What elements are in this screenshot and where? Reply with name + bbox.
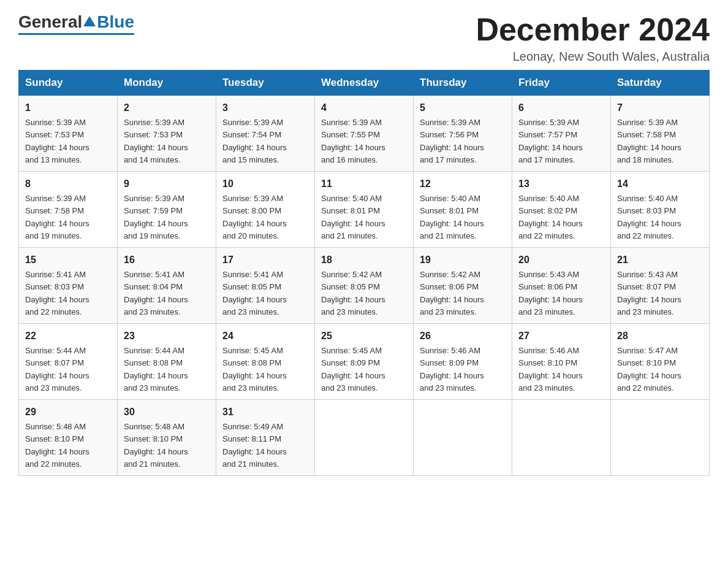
calendar-day-cell: 7 Sunrise: 5:39 AMSunset: 7:58 PMDayligh…: [611, 96, 710, 172]
calendar-day-cell: [512, 400, 611, 476]
day-number: 31: [222, 405, 308, 419]
month-title: December 2024: [476, 12, 710, 47]
calendar-day-cell: 6 Sunrise: 5:39 AMSunset: 7:57 PMDayligh…: [512, 96, 611, 172]
svg-marker-0: [83, 16, 96, 26]
day-info: Sunrise: 5:41 AMSunset: 8:03 PMDaylight:…: [25, 270, 89, 316]
day-info: Sunrise: 5:49 AMSunset: 8:11 PMDaylight:…: [222, 422, 287, 469]
calendar-day-cell: 1 Sunrise: 5:39 AMSunset: 7:53 PMDayligh…: [19, 96, 118, 172]
day-number: 28: [617, 329, 703, 343]
calendar-day-cell: 26 Sunrise: 5:46 AMSunset: 8:09 PMDaylig…: [414, 324, 512, 400]
day-info: Sunrise: 5:42 AMSunset: 8:05 PMDaylight:…: [321, 270, 385, 316]
calendar-day-cell: 3 Sunrise: 5:39 AMSunset: 7:54 PMDayligh…: [216, 96, 315, 172]
day-info: Sunrise: 5:40 AMSunset: 8:01 PMDaylight:…: [420, 194, 484, 240]
day-number: 5: [420, 101, 506, 115]
column-header-friday: Friday: [512, 71, 611, 96]
day-number: 15: [25, 253, 111, 267]
day-number: 4: [321, 101, 407, 115]
day-info: Sunrise: 5:48 AMSunset: 8:10 PMDaylight:…: [124, 422, 188, 469]
day-number: 20: [518, 253, 604, 267]
column-header-wednesday: Wednesday: [315, 71, 414, 96]
calendar-day-cell: 29 Sunrise: 5:48 AMSunset: 8:10 PMDaylig…: [19, 400, 118, 476]
calendar-day-cell: 10 Sunrise: 5:39 AMSunset: 8:00 PMDaylig…: [216, 172, 315, 248]
day-info: Sunrise: 5:40 AMSunset: 8:03 PMDaylight:…: [617, 194, 681, 240]
calendar-day-cell: 15 Sunrise: 5:41 AMSunset: 8:03 PMDaylig…: [19, 248, 118, 324]
day-info: Sunrise: 5:39 AMSunset: 7:58 PMDaylight:…: [25, 194, 89, 240]
day-info: Sunrise: 5:39 AMSunset: 8:00 PMDaylight:…: [222, 194, 287, 240]
day-number: 7: [617, 101, 703, 115]
title-area: December 2024 Leonay, New South Wales, A…: [476, 12, 710, 64]
day-number: 21: [617, 253, 703, 267]
calendar-day-cell: 28 Sunrise: 5:47 AMSunset: 8:10 PMDaylig…: [611, 324, 710, 400]
day-info: Sunrise: 5:39 AMSunset: 7:54 PMDaylight:…: [222, 118, 287, 164]
calendar-day-cell: 5 Sunrise: 5:39 AMSunset: 7:56 PMDayligh…: [414, 96, 512, 172]
calendar-week-row: 22 Sunrise: 5:44 AMSunset: 8:07 PMDaylig…: [19, 324, 710, 400]
calendar-day-cell: 30 Sunrise: 5:48 AMSunset: 8:10 PMDaylig…: [118, 400, 216, 476]
column-header-thursday: Thursday: [414, 71, 512, 96]
calendar-day-cell: 8 Sunrise: 5:39 AMSunset: 7:58 PMDayligh…: [19, 172, 118, 248]
day-info: Sunrise: 5:45 AMSunset: 8:08 PMDaylight:…: [222, 346, 287, 393]
day-info: Sunrise: 5:39 AMSunset: 7:53 PMDaylight:…: [124, 118, 188, 164]
day-info: Sunrise: 5:48 AMSunset: 8:10 PMDaylight:…: [25, 422, 89, 469]
day-info: Sunrise: 5:39 AMSunset: 7:56 PMDaylight:…: [420, 118, 484, 164]
day-number: 17: [222, 253, 308, 267]
calendar-day-cell: 17 Sunrise: 5:41 AMSunset: 8:05 PMDaylig…: [216, 248, 315, 324]
column-header-monday: Monday: [118, 71, 216, 96]
day-info: Sunrise: 5:44 AMSunset: 8:08 PMDaylight:…: [124, 346, 188, 393]
day-number: 27: [518, 329, 604, 343]
calendar-day-cell: 31 Sunrise: 5:49 AMSunset: 8:11 PMDaylig…: [216, 400, 315, 476]
day-number: 25: [321, 329, 407, 343]
day-info: Sunrise: 5:47 AMSunset: 8:10 PMDaylight:…: [617, 346, 681, 393]
day-info: Sunrise: 5:43 AMSunset: 8:06 PMDaylight:…: [518, 270, 583, 316]
calendar-day-cell: 23 Sunrise: 5:44 AMSunset: 8:08 PMDaylig…: [118, 324, 216, 400]
day-number: 30: [124, 405, 210, 419]
day-info: Sunrise: 5:39 AMSunset: 7:58 PMDaylight:…: [617, 118, 681, 164]
calendar-day-cell: [611, 400, 710, 476]
day-info: Sunrise: 5:40 AMSunset: 8:02 PMDaylight:…: [518, 194, 583, 240]
calendar-day-cell: 24 Sunrise: 5:45 AMSunset: 8:08 PMDaylig…: [216, 324, 315, 400]
day-number: 18: [321, 253, 407, 267]
day-info: Sunrise: 5:45 AMSunset: 8:09 PMDaylight:…: [321, 346, 385, 393]
calendar-day-cell: 11 Sunrise: 5:40 AMSunset: 8:01 PMDaylig…: [315, 172, 414, 248]
day-number: 24: [222, 329, 308, 343]
column-header-tuesday: Tuesday: [216, 71, 315, 96]
calendar-week-row: 1 Sunrise: 5:39 AMSunset: 7:53 PMDayligh…: [19, 96, 710, 172]
calendar-day-cell: 25 Sunrise: 5:45 AMSunset: 8:09 PMDaylig…: [315, 324, 414, 400]
calendar-day-cell: 21 Sunrise: 5:43 AMSunset: 8:07 PMDaylig…: [611, 248, 710, 324]
day-number: 1: [25, 101, 111, 115]
calendar-day-cell: 9 Sunrise: 5:39 AMSunset: 7:59 PMDayligh…: [118, 172, 216, 248]
calendar-day-cell: 19 Sunrise: 5:42 AMSunset: 8:06 PMDaylig…: [414, 248, 512, 324]
calendar-day-cell: [414, 400, 512, 476]
day-info: Sunrise: 5:41 AMSunset: 8:05 PMDaylight:…: [222, 270, 287, 316]
day-info: Sunrise: 5:46 AMSunset: 8:10 PMDaylight:…: [518, 346, 583, 393]
day-number: 6: [518, 101, 604, 115]
day-info: Sunrise: 5:42 AMSunset: 8:06 PMDaylight:…: [420, 270, 484, 316]
calendar-day-cell: 18 Sunrise: 5:42 AMSunset: 8:05 PMDaylig…: [315, 248, 414, 324]
day-info: Sunrise: 5:46 AMSunset: 8:09 PMDaylight:…: [420, 346, 484, 393]
day-number: 22: [25, 329, 111, 343]
column-header-saturday: Saturday: [611, 71, 710, 96]
day-number: 16: [124, 253, 210, 267]
day-number: 23: [124, 329, 210, 343]
day-info: Sunrise: 5:39 AMSunset: 7:55 PMDaylight:…: [321, 118, 385, 164]
day-number: 26: [420, 329, 506, 343]
calendar-day-cell: 20 Sunrise: 5:43 AMSunset: 8:06 PMDaylig…: [512, 248, 611, 324]
calendar-header-row: SundayMondayTuesdayWednesdayThursdayFrid…: [19, 71, 710, 96]
day-number: 19: [420, 253, 506, 267]
day-number: 3: [222, 101, 308, 115]
day-info: Sunrise: 5:39 AMSunset: 7:59 PMDaylight:…: [124, 194, 188, 240]
calendar-week-row: 8 Sunrise: 5:39 AMSunset: 7:58 PMDayligh…: [19, 172, 710, 248]
calendar-day-cell: 4 Sunrise: 5:39 AMSunset: 7:55 PMDayligh…: [315, 96, 414, 172]
location-subtitle: Leonay, New South Wales, Australia: [476, 50, 710, 64]
day-info: Sunrise: 5:44 AMSunset: 8:07 PMDaylight:…: [25, 346, 89, 393]
day-info: Sunrise: 5:40 AMSunset: 8:01 PMDaylight:…: [321, 194, 385, 240]
logo: General Blue: [18, 12, 134, 35]
calendar-day-cell: 22 Sunrise: 5:44 AMSunset: 8:07 PMDaylig…: [19, 324, 118, 400]
calendar-week-row: 15 Sunrise: 5:41 AMSunset: 8:03 PMDaylig…: [19, 248, 710, 324]
day-number: 9: [124, 177, 210, 191]
page-header: General Blue December 2024 Leonay, New S…: [18, 12, 710, 64]
calendar-day-cell: 16 Sunrise: 5:41 AMSunset: 8:04 PMDaylig…: [118, 248, 216, 324]
calendar-day-cell: 27 Sunrise: 5:46 AMSunset: 8:10 PMDaylig…: [512, 324, 611, 400]
day-number: 14: [617, 177, 703, 191]
day-info: Sunrise: 5:39 AMSunset: 7:53 PMDaylight:…: [25, 118, 89, 164]
calendar-day-cell: 14 Sunrise: 5:40 AMSunset: 8:03 PMDaylig…: [611, 172, 710, 248]
